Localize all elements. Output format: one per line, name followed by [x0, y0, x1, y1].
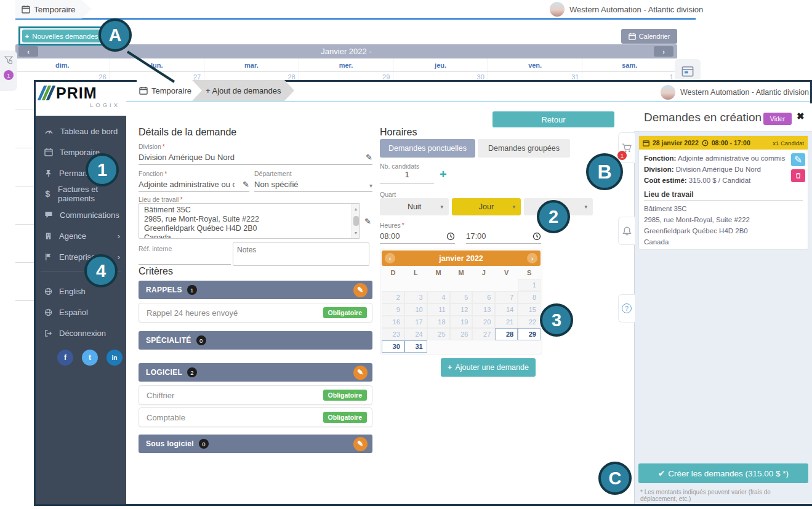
- help-tab[interactable]: ?: [618, 294, 635, 323]
- mini-calendar-day[interactable]: 1: [518, 279, 541, 291]
- sidebar-item-factures[interactable]: $ Factures et paiements: [36, 183, 126, 204]
- next-month-button[interactable]: ›: [527, 253, 537, 263]
- mini-calendar-day[interactable]: 12: [450, 303, 473, 316]
- mini-calendar-day[interactable]: 16: [382, 316, 404, 328]
- edit-pencil-icon[interactable]: ✎: [364, 217, 371, 226]
- calendar-side-tab[interactable]: [675, 59, 701, 82]
- mini-calendar-day[interactable]: 17: [404, 316, 427, 328]
- sidebar-item-communications[interactable]: Communications: [36, 204, 126, 225]
- mini-calendar-day[interactable]: 15: [518, 303, 541, 316]
- delete-demande-button[interactable]: [791, 169, 805, 182]
- new-requests-button[interactable]: + Nouvelles demandes: [22, 30, 101, 42]
- retour-button[interactable]: Retour: [492, 111, 614, 127]
- account-menu[interactable]: Western Automation - Atlantic division: [550, 2, 703, 17]
- calendar-icon: [629, 33, 636, 40]
- criteria-item[interactable]: Rappel 24 heures envoyé Obligatoire: [139, 303, 372, 323]
- edit-pencil-icon[interactable]: ✎: [366, 153, 372, 162]
- division-field[interactable]: Division Amérique Du Nord ✎: [139, 150, 372, 165]
- lieu-textarea[interactable]: Bâtiment 35C 2985, rue Mont-Royal, Suite…: [139, 203, 360, 239]
- clock-icon[interactable]: [533, 232, 541, 241]
- sidebar-item-english[interactable]: English: [36, 281, 126, 302]
- mini-calendar-day[interactable]: 8: [518, 291, 541, 303]
- criteria-group-specialite[interactable]: SPÉCIALITÉ 0: [139, 331, 372, 350]
- mini-calendar-day[interactable]: 14: [495, 303, 518, 316]
- mini-calendar-day[interactable]: 21: [495, 316, 518, 328]
- edit-pencil-icon[interactable]: ✎: [353, 437, 368, 451]
- sidebar-item-agence[interactable]: Agence ›: [36, 225, 126, 246]
- mini-calendar-day[interactable]: 18: [427, 316, 450, 328]
- mini-calendar-day[interactable]: 6: [472, 291, 495, 303]
- criteria-group-sous-logiciel[interactable]: Sous logiciel 0 ✎: [139, 435, 372, 453]
- criteria-group-logiciel[interactable]: LOGICIEL 2 ✎: [139, 363, 372, 382]
- vider-button[interactable]: Vider: [763, 113, 792, 125]
- edit-pencil-icon[interactable]: ✎: [353, 366, 368, 380]
- prev-month-button[interactable]: ‹: [18, 46, 38, 57]
- ajouter-demande-button[interactable]: + Ajouter une demande: [441, 358, 536, 377]
- criteria-group-rappels[interactable]: RAPPELS 1 ✎: [139, 281, 372, 299]
- sidebar-item-deconnexion[interactable]: Déconnexion: [36, 323, 126, 343]
- modal-account-menu[interactable]: Western Automation - Atlantic division: [661, 85, 809, 100]
- avatar: [550, 2, 565, 17]
- mini-calendar-day-selected[interactable]: 28: [495, 328, 518, 340]
- nb-candidats-input[interactable]: 1: [380, 170, 434, 183]
- close-icon[interactable]: ✖: [797, 111, 805, 122]
- sidebar-item-espanol[interactable]: Español: [36, 302, 126, 323]
- criteria-item[interactable]: Comptable Obligatoire: [139, 407, 372, 427]
- mini-calendar-day[interactable]: 24: [404, 328, 427, 340]
- edit-demande-button[interactable]: ✎: [791, 153, 805, 166]
- mini-calendar-day[interactable]: 3: [404, 291, 427, 303]
- breadcrumb-temporaire[interactable]: Temporaire: [137, 80, 202, 101]
- mini-calendar-day[interactable]: 22: [518, 316, 541, 328]
- mini-calendar-day[interactable]: 9: [382, 303, 404, 316]
- calendrier-button[interactable]: Calendrier: [621, 29, 677, 44]
- mini-calendar-day[interactable]: 7: [495, 291, 518, 303]
- linkedin-icon[interactable]: in: [107, 350, 123, 366]
- criteria-item[interactable]: Chiffrier Obligatoire: [139, 385, 372, 405]
- filter-panel-tab[interactable]: 1: [0, 50, 17, 91]
- scrollbar[interactable]: ▲▼: [352, 204, 360, 238]
- quart-nuit-button[interactable]: Nuit▾: [380, 198, 449, 215]
- twitter-icon[interactable]: t: [82, 350, 98, 366]
- quart-jour-button[interactable]: Jour▾: [452, 198, 521, 215]
- mini-calendar-day[interactable]: 27: [472, 328, 495, 340]
- prev-month-button[interactable]: ‹: [385, 253, 395, 263]
- mini-calendar-day[interactable]: 20: [472, 316, 495, 328]
- mini-calendar-day[interactable]: 26: [450, 328, 473, 340]
- mini-calendar-day[interactable]: 23: [382, 328, 404, 340]
- next-month-button[interactable]: ›: [654, 46, 673, 57]
- edit-pencil-icon[interactable]: ✎: [243, 180, 249, 189]
- notes-textarea[interactable]: [233, 242, 369, 266]
- notifications-tab[interactable]: [618, 217, 635, 245]
- mini-calendar-day[interactable]: 25: [427, 328, 450, 340]
- facebook-icon[interactable]: f: [57, 350, 73, 366]
- creer-demandes-button[interactable]: ✔ Créer les demandes (315.00 $ *): [638, 463, 808, 483]
- heure-fin-input[interactable]: 17:00: [466, 229, 541, 244]
- mini-calendar-day[interactable]: 19: [450, 316, 473, 328]
- mini-calendar-day[interactable]: 5: [450, 291, 473, 303]
- clock-icon[interactable]: [446, 232, 455, 241]
- pin-icon: [44, 169, 52, 177]
- add-candidate-button[interactable]: +: [440, 167, 447, 182]
- sidebar-item-tableau-de-bord[interactable]: Tableau de bord: [36, 121, 126, 142]
- mini-calendar-day[interactable]: 13: [472, 303, 495, 316]
- heures-label: Heures*: [380, 222, 404, 229]
- flag-icon: [44, 253, 52, 261]
- building-icon: [44, 232, 52, 240]
- mini-calendar-day[interactable]: 11: [427, 303, 450, 316]
- month-title[interactable]: Janvier 2022 -: [321, 47, 371, 56]
- breadcrumb[interactable]: Temporaire: [15, 0, 92, 18]
- tab-demandes-groupees[interactable]: Demandes groupées: [478, 139, 570, 158]
- mini-calendar-day-selected[interactable]: 31: [404, 340, 427, 353]
- mini-calendar-day[interactable]: 10: [404, 303, 427, 316]
- fonction-field[interactable]: Adjointe administrative ou commis (35 ✎: [139, 177, 249, 192]
- tab-demandes-ponctuelles[interactable]: Demandes ponctuelles: [380, 139, 475, 158]
- mini-calendar-day[interactable]: 4: [427, 291, 450, 303]
- mini-calendar-day[interactable]: 2: [382, 291, 404, 303]
- edit-pencil-icon[interactable]: ✎: [353, 283, 368, 297]
- departement-select[interactable]: Non spécifié ▾: [254, 177, 372, 192]
- mini-calendar-day-selected[interactable]: 30: [382, 340, 404, 353]
- heure-debut-input[interactable]: 08:00: [380, 229, 455, 244]
- mini-calendar-day-selected[interactable]: 29: [518, 328, 541, 340]
- prim-logix-logo[interactable]: PRIM LOGIX: [36, 82, 126, 116]
- ref-interne-input[interactable]: [139, 254, 231, 265]
